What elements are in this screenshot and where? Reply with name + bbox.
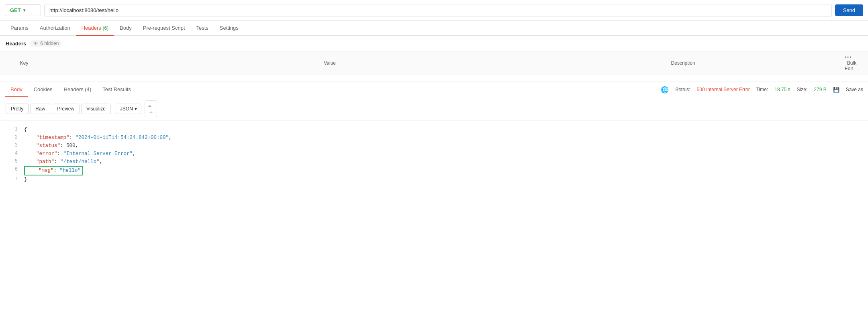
format-bar: Pretty Raw Preview Visualize JSON ▾ ≡→ — [0, 97, 868, 121]
request-tabs: Params Authorization Headers (6) Body Pr… — [0, 21, 868, 36]
line-num-4: 4 — [6, 150, 18, 157]
code-content-1: { — [24, 126, 862, 134]
tab-authorization[interactable]: Authorization — [34, 21, 76, 36]
tab-body[interactable]: Body — [114, 21, 137, 36]
method-chevron-icon: ▾ — [23, 8, 25, 12]
code-content-3: "status": 500, — [24, 142, 862, 150]
tab-test-results[interactable]: Test Results — [97, 82, 137, 97]
line-num-6: 6 — [6, 166, 18, 173]
code-content-4: "error": "Internal Server Error", — [24, 150, 862, 158]
headers-table: Key Value Description ••• Bulk Edit — [0, 51, 868, 82]
format-raw-btn[interactable]: Raw — [30, 104, 50, 114]
hidden-count: 6 hidden — [40, 41, 59, 46]
bulk-edit-label[interactable]: Bulk Edit — [845, 60, 856, 71]
url-input[interactable] — [44, 4, 832, 16]
code-line-6: 6 "msg": "hello" — [0, 166, 868, 175]
tab-headers[interactable]: Headers (6) — [76, 21, 114, 36]
col-actions: ••• Bulk Edit — [839, 51, 868, 75]
time-value: 18.75 s — [774, 87, 790, 92]
line-num-7: 7 — [6, 175, 18, 183]
tab-response-body[interactable]: Body — [5, 82, 28, 97]
tab-params[interactable]: Params — [5, 21, 34, 36]
table-row — [0, 75, 868, 82]
format-preview-btn[interactable]: Preview — [52, 104, 80, 114]
response-section: Body Cookies Headers (4) Test Results 🌐 … — [0, 82, 868, 188]
format-chevron-icon: ▾ — [135, 106, 137, 112]
wrap-icon[interactable]: ≡→ — [145, 100, 157, 117]
wrap-lines-icon: ≡→ — [148, 103, 153, 115]
format-pretty-btn[interactable]: Pretty — [6, 104, 29, 114]
format-visualize-btn[interactable]: Visualize — [81, 104, 111, 114]
format-type-label: JSON — [120, 106, 133, 112]
method-label: GET — [10, 7, 21, 13]
line-num-2: 2 — [6, 134, 18, 141]
code-line-2: 2 "timestamp": "2024-01-11T14:54:24.842+… — [0, 134, 868, 142]
status-label: Status: — [675, 87, 690, 92]
send-button[interactable]: Send — [835, 4, 863, 16]
format-type-select[interactable]: JSON ▾ — [116, 104, 141, 114]
tab-prerequest[interactable]: Pre-request Script — [137, 21, 191, 36]
code-line-1: 1 { — [0, 126, 868, 134]
code-line-4: 4 "error": "Internal Server Error", — [0, 150, 868, 158]
status-value: 500 Internal Server Error — [697, 87, 750, 92]
save-label[interactable]: Save as — [846, 87, 863, 92]
line-num-3: 3 — [6, 142, 18, 149]
col-value: Value — [318, 51, 665, 75]
headers-section: Headers 👁 6 hidden — [0, 36, 868, 51]
save-icon: 💾 — [833, 87, 839, 93]
size-value: 279 B — [814, 87, 826, 92]
globe-icon: 🌐 — [661, 86, 669, 94]
code-content-2: "timestamp": "2024-01-11T14:54:24.842+00… — [24, 134, 862, 142]
col-key: Key — [14, 51, 318, 75]
headers-badge: (6) — [102, 25, 108, 31]
line-num-5: 5 — [6, 158, 18, 165]
method-selector[interactable]: GET ▾ — [5, 4, 41, 16]
code-content-5: "path": "/test/hello", — [24, 158, 862, 166]
code-line-3: 3 "status": 500, — [0, 142, 868, 150]
col-description: Description — [666, 51, 839, 75]
line-num-1: 1 — [6, 126, 18, 133]
time-label: Time: — [756, 87, 768, 92]
more-dots-icon[interactable]: ••• — [845, 55, 852, 60]
response-headers-badge: (4) — [85, 86, 91, 92]
code-view: 1 { 2 "timestamp": "2024-01-11T14:54:24.… — [0, 121, 868, 188]
col-checkbox — [0, 51, 14, 75]
url-bar: GET ▾ Send — [0, 0, 868, 21]
highlight-box: "msg": "hello" — [24, 166, 83, 175]
eye-icon: 👁 — [33, 41, 38, 46]
response-meta: 🌐 Status: 500 Internal Server Error Time… — [661, 86, 863, 94]
code-content-7: } — [24, 175, 862, 184]
response-tabs-bar: Body Cookies Headers (4) Test Results 🌐 … — [0, 82, 868, 97]
code-content-6: "msg": "hello" — [24, 166, 862, 175]
tab-response-headers[interactable]: Headers (4) — [58, 82, 97, 97]
headers-label: Headers — [6, 41, 26, 47]
code-line-5: 5 "path": "/test/hello", — [0, 158, 868, 166]
hidden-badge: 👁 6 hidden — [30, 40, 62, 47]
tab-settings[interactable]: Settings — [214, 21, 244, 36]
tab-response-cookies[interactable]: Cookies — [28, 82, 58, 97]
code-line-7: 7 } — [0, 175, 868, 184]
size-label: Size: — [797, 87, 808, 92]
tab-tests[interactable]: Tests — [191, 21, 214, 36]
